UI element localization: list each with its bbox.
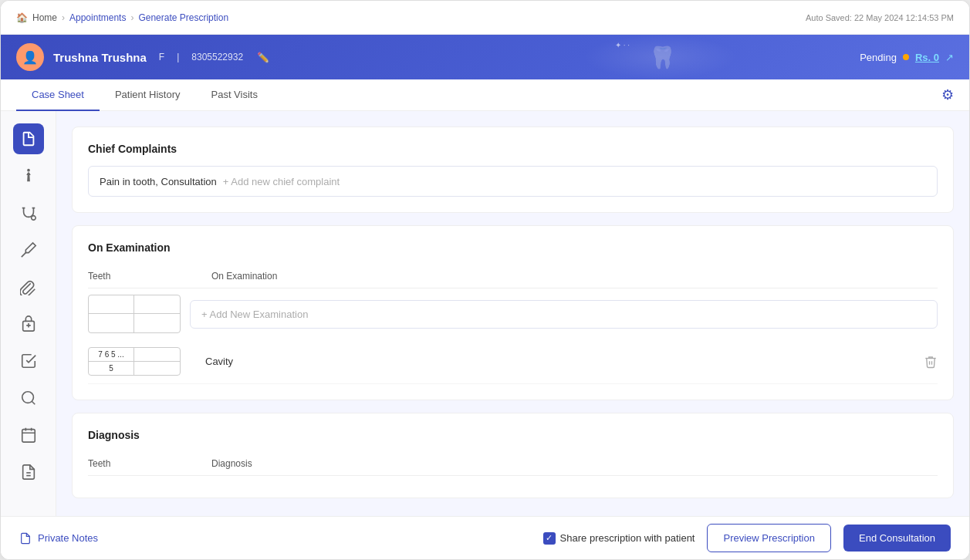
teeth-top-right [134, 348, 180, 362]
patient-right-info: Pending Rs. 0 ↗ [860, 52, 954, 63]
teeth-bottom-right [134, 362, 180, 375]
complaint-text: Pain in tooth, Consultation [100, 176, 217, 187]
left-sidebar [1, 111, 56, 516]
diagnosis-title: Diagnosis [88, 429, 938, 441]
breadcrumb-sep1: › [62, 12, 65, 23]
chief-complaints-section: Chief Complaints Pain in tooth, Consulta… [72, 127, 954, 213]
sidebar-icon-search[interactable] [13, 383, 44, 413]
bottom-right-actions: ✓ Share prescription with patient Previe… [543, 524, 951, 552]
sidebar-icon-calendar[interactable] [13, 420, 44, 450]
dental-decoration: 🦷 [649, 45, 676, 70]
home-icon: 🏠 [16, 12, 28, 23]
tab-past-visits[interactable]: Past Visits [195, 79, 272, 111]
on-examination-section: On Examination Teeth On Examination [72, 225, 954, 400]
private-notes-label: Private Notes [38, 532, 98, 544]
sidebar-icon-notes[interactable] [13, 457, 44, 487]
main-content: Chief Complaints Pain in tooth, Consulta… [1, 111, 969, 516]
svg-rect-3 [22, 430, 35, 443]
stars-decoration: ✦ · · [615, 41, 630, 49]
share-label: Share prescription with patient [560, 532, 695, 544]
share-checkbox[interactable]: ✓ [543, 532, 556, 545]
breadcrumb-appointments[interactable]: Appointments [69, 12, 126, 23]
sidebar-icon-needle[interactable] [13, 234, 44, 265]
avatar: 👤 [16, 43, 44, 71]
content-area: Chief Complaints Pain in tooth, Consulta… [56, 111, 969, 516]
exam-row-cavity: 7 6 5 ... 5 Cavity [88, 339, 938, 384]
teeth-q3 [89, 314, 134, 332]
share-prescription-toggle[interactable]: ✓ Share prescription with patient [543, 532, 695, 545]
delete-exam-row-icon[interactable] [907, 355, 938, 369]
preview-prescription-button[interactable]: Preview Prescription [707, 524, 831, 552]
diagnosis-section: Diagnosis Teeth Diagnosis [72, 413, 954, 498]
teeth-q1 [89, 295, 134, 314]
private-notes-btn[interactable]: Private Notes [19, 532, 98, 545]
cavity-teeth-grid[interactable]: 7 6 5 ... 5 [88, 347, 181, 376]
sidebar-icon-attachment[interactable] [13, 272, 44, 302]
patient-gender: F [159, 52, 164, 62]
add-complaint-btn[interactable]: + Add new chief complaint [223, 176, 340, 187]
cavity-diagnosis-text: Cavity [196, 356, 907, 367]
diagnosis-col-diagnosis: Diagnosis [211, 458, 938, 469]
teeth-bottom-left: 5 [89, 362, 134, 375]
add-exam-input[interactable]: + Add New Examination [190, 300, 938, 329]
exam-input-row: + Add New Examination [88, 295, 938, 333]
chief-complaints-box[interactable]: Pain in tooth, Consultation + Add new ch… [88, 166, 938, 197]
patient-name: Trushna Trushna [53, 51, 147, 64]
teeth-top-left: 7 6 5 ... [89, 348, 134, 362]
svg-point-2 [22, 392, 33, 403]
exam-table-header: Teeth On Examination [88, 265, 938, 288]
pending-indicator [903, 54, 909, 60]
patient-separator: | [177, 52, 179, 62]
sidebar-icon-stethoscope[interactable] [13, 197, 44, 228]
top-navigation: 🏠 Home › Appointments › Generate Prescri… [1, 1, 969, 35]
patient-phone: 8305522932 [191, 52, 243, 62]
bottom-bar: Private Notes ✓ Share prescription with … [1, 516, 969, 559]
teeth-grid-empty[interactable] [88, 295, 181, 333]
teeth-q2 [134, 295, 180, 314]
breadcrumb: 🏠 Home › Appointments › Generate Prescri… [16, 12, 228, 23]
edit-patient-icon[interactable]: ✏️ [257, 52, 269, 63]
patient-left-info: 👤 Trushna Trushna F | 8305522932 ✏️ [16, 43, 269, 71]
diagnosis-col-teeth: Teeth [88, 458, 211, 469]
teeth-q4 [134, 314, 180, 332]
sidebar-icon-casefile[interactable] [13, 123, 44, 154]
chief-complaints-title: Chief Complaints [88, 143, 938, 155]
sidebar-icon-checklist[interactable] [13, 346, 44, 376]
col-header-exam: On Examination [211, 271, 938, 282]
sidebar-icon-medicine[interactable] [13, 309, 44, 339]
examination-table: Teeth On Examination + Add New Examinati… [88, 265, 938, 384]
tab-case-sheet[interactable]: Case Sheet [16, 79, 100, 111]
autosave-text: Auto Saved: 22 May 2024 12:14:53 PM [806, 13, 954, 22]
on-examination-title: On Examination [88, 241, 938, 254]
end-consultation-button[interactable]: End Consultation [843, 525, 951, 552]
tabs-bar: Case Sheet Patient History Past Visits ⚙ [1, 79, 969, 111]
patient-amount[interactable]: Rs. 0 [915, 52, 939, 63]
settings-icon[interactable]: ⚙ [941, 86, 954, 103]
patient-status: Pending [860, 52, 897, 63]
breadcrumb-home[interactable]: Home [32, 12, 57, 23]
cavity-teeth-cell: 7 6 5 ... 5 [88, 347, 196, 376]
breadcrumb-generate[interactable]: Generate Prescription [138, 12, 228, 23]
tabs-container: Case Sheet Patient History Past Visits [16, 79, 273, 110]
arrow-icon: ↗ [945, 52, 954, 63]
diagnosis-table-header: Teeth Diagnosis [88, 452, 938, 476]
col-header-teeth: Teeth [88, 271, 211, 282]
patient-header: 👤 Trushna Trushna F | 8305522932 ✏️ ✦ · … [1, 35, 969, 79]
breadcrumb-sep2: › [130, 12, 134, 23]
svg-point-0 [31, 216, 35, 221]
sidebar-icon-body[interactable] [13, 160, 44, 191]
tab-patient-history[interactable]: Patient History [100, 79, 196, 111]
